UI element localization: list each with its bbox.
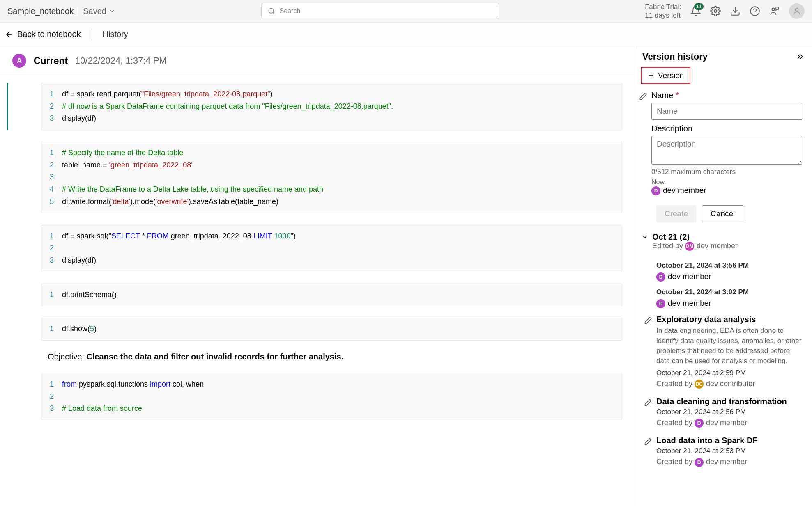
plus-icon <box>647 72 655 79</box>
search-icon <box>267 7 276 15</box>
main-area: A Current 10/22/2024, 1:37:4 PM 1df = sp… <box>0 46 812 506</box>
settings-button[interactable] <box>710 6 721 16</box>
current-timestamp: 10/22/2024, 1:37:4 PM <box>75 55 167 66</box>
panel-title: Version history <box>642 51 708 62</box>
now-label: Now <box>651 179 802 186</box>
search-placeholder: Search <box>280 7 301 15</box>
svg-point-7 <box>795 8 798 11</box>
arrow-left-icon <box>5 30 13 39</box>
pencil-icon <box>644 316 652 325</box>
download-button[interactable] <box>730 6 741 16</box>
author-avatar: A <box>12 54 26 68</box>
pencil-icon <box>639 92 647 101</box>
edited-by: Edited by DMdev member <box>652 242 802 251</box>
topbar-right: Fabric Trial: 11 days left 11 <box>645 2 805 20</box>
version-description-input[interactable] <box>651 136 802 165</box>
code-cell[interactable]: 1df.printSchema() <box>41 284 622 307</box>
person-icon <box>792 7 801 16</box>
content-header: A Current 10/22/2024, 1:37:4 PM <box>0 46 635 73</box>
panel-scroll[interactable]: Version Name * Description 0/512 maximum… <box>635 67 812 506</box>
person-feedback-icon <box>769 6 780 16</box>
divider <box>92 29 92 40</box>
nav-bar: Back to notebook History <box>0 23 812 46</box>
collapse-panel-icon[interactable] <box>796 52 805 61</box>
svg-line-1 <box>273 13 274 14</box>
code-cell[interactable]: 1df.show(5) <box>41 318 622 341</box>
named-version[interactable]: Load data into a Spark DF October 21, 20… <box>644 436 802 467</box>
pencil-icon <box>644 437 652 446</box>
chevron-down-icon <box>109 8 115 14</box>
named-version[interactable]: Data cleaning and transformation October… <box>644 397 802 428</box>
char-count: 0/512 maximum characters <box>651 168 802 176</box>
version-name-input[interactable] <box>651 103 802 120</box>
new-version-button[interactable]: Version <box>641 67 690 84</box>
notifications-button[interactable]: 11 <box>690 6 701 16</box>
markdown-cell[interactable]: Objective: Cleanse the data and filter o… <box>7 352 622 362</box>
account-avatar[interactable] <box>789 3 805 19</box>
search-box[interactable]: Search <box>261 3 499 19</box>
code-cell[interactable]: 1from pyspark.sql.functions import col, … <box>41 373 622 420</box>
svg-point-0 <box>269 8 274 13</box>
crumb-history: History <box>103 30 128 39</box>
saved-status[interactable]: Saved <box>83 7 115 16</box>
trial-status[interactable]: Fabric Trial: 11 days left <box>645 2 681 20</box>
pencil-icon <box>644 398 652 407</box>
description-label: Description <box>651 124 802 133</box>
content-column: A Current 10/22/2024, 1:37:4 PM 1df = sp… <box>0 46 635 506</box>
code-cell[interactable]: 1df = spark.read.parquet("Files/green_tr… <box>41 83 622 130</box>
now-user: Ddev member <box>651 186 802 195</box>
code-cell[interactable]: 1df = spark.sql("SELECT * FROM green_tri… <box>41 225 622 272</box>
name-label: Name * <box>651 91 802 100</box>
help-button[interactable] <box>750 6 760 16</box>
version-item[interactable]: October 21, 2024 at 3:56 PM Ddev member <box>639 257 811 284</box>
chevron-down-icon <box>641 233 649 241</box>
svg-point-6 <box>772 8 775 11</box>
help-icon <box>750 6 760 16</box>
cancel-button[interactable]: Cancel <box>702 205 743 222</box>
content-scroll[interactable]: 1df = spark.read.parquet("Files/green_tr… <box>0 73 635 506</box>
version-history-panel: Version history Version Name * Descripti… <box>635 46 812 506</box>
code-cell[interactable]: 1# Specify the name of the Delta table 2… <box>41 142 622 213</box>
date-group-header[interactable]: Oct 21 (2) <box>641 232 802 242</box>
notification-count: 11 <box>694 3 704 10</box>
download-icon <box>730 6 741 16</box>
top-bar: Sample_notebook Saved Search Fabric Tria… <box>0 0 812 23</box>
feedback-button[interactable] <box>769 6 780 16</box>
notebook-name[interactable]: Sample_notebook <box>7 7 78 16</box>
current-label: Current <box>34 55 68 66</box>
svg-point-4 <box>750 7 759 16</box>
named-version[interactable]: Exploratory data analysis In data engine… <box>644 315 802 389</box>
gear-icon <box>710 6 721 16</box>
version-item[interactable]: October 21, 2024 at 3:02 PM Ddev member <box>639 284 811 311</box>
svg-point-2 <box>714 10 717 13</box>
create-button[interactable]: Create <box>656 205 696 222</box>
saved-label: Saved <box>83 7 106 16</box>
back-to-notebook-button[interactable]: Back to notebook <box>5 30 81 39</box>
